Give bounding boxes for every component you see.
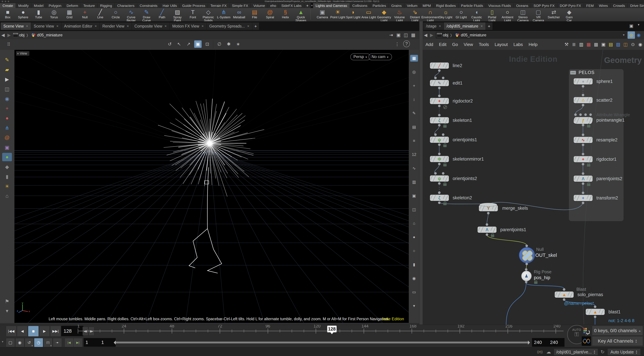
sheet-icon[interactable]: ▤ [410,124,418,130]
shelf-tab-mpm[interactable]: MPM [420,3,434,8]
shelf-tab-deform[interactable]: Deform [64,3,81,8]
rect-icon[interactable]: ▭ [410,289,418,296]
node-port[interactable] [582,192,584,194]
shelf-tool-box-tool[interactable]: ■Box [0,8,16,21]
circle-icon[interactable]: ○ [410,248,418,254]
target-rings-icon[interactable]: ◉ [635,31,642,39]
shelf-tab-grains[interactable]: Grains [389,3,404,8]
signal-icon[interactable]: ((▪)) [536,348,544,356]
timeline-ruler[interactable]: 124487296120144168192216240 128 [75,325,564,338]
shelf-tab-oceans[interactable]: Oceans [514,3,531,8]
node-pointwrangle1[interactable]: ƒ [574,117,593,124]
shelf-tab-drive-simulation[interactable]: Drive Simulation [628,3,644,8]
dot-icon[interactable]: ● [410,234,418,240]
path-node[interactable]: d05_miniature [37,33,62,38]
close-tab-icon[interactable]: × [95,22,97,30]
handles-tool-icon[interactable]: ✎ [2,56,12,64]
node-skeleton2[interactable]: ζ [430,194,449,201]
perspective-button[interactable]: Persp▼ [350,54,370,60]
sync-colors-icon[interactable] [582,326,591,336]
step-back-button[interactable]: ◀ [17,326,28,336]
network-link-icon[interactable]: ◫ [402,31,410,39]
tool-palette-handle-icon[interactable]: ⠿ [5,41,12,48]
node-port[interactable] [438,153,440,155]
shelf-tab-sop-pyro-fx[interactable]: SOP Pyro FX [531,3,557,8]
crosshair-icon[interactable]: + [410,82,418,89]
shelf-tool-grid-tool[interactable]: ▦Grid [62,8,77,21]
shelf-tool-tube-tool[interactable]: ▮Tube [31,8,46,21]
node-port[interactable] [486,223,488,226]
scene-clapper-icon[interactable] [13,33,18,37]
node-merge_skels[interactable]: Y [479,205,498,212]
wave-icon[interactable]: ∿ [410,165,418,172]
dots-menu-icon[interactable]: ⋮ [394,40,401,48]
diamond-tool-icon[interactable]: ◆ [2,162,12,171]
camera-mode-icon[interactable]: ▣ [194,40,202,48]
range-start-icon[interactable]: |◀ [64,338,74,347]
shelf-tool-draw-curve-tool[interactable]: ✎Draw Curve [139,8,154,21]
visibility-icon[interactable]: ◉ [636,41,644,48]
camera-select-button[interactable]: No cam▼ [368,54,392,60]
node-port[interactable] [438,163,440,165]
node-skeletonmirror1[interactable]: Φ [430,156,449,162]
grid12-icon[interactable]: 12 [410,151,418,158]
pane-tab-scene-view[interactable]: Scene View× [1,22,31,30]
node-port[interactable] [442,133,444,136]
shelf-tab-characters[interactable]: Characters [115,3,137,8]
bar-icon[interactable]: ▮ [410,261,418,268]
node-port[interactable] [486,233,488,236]
shelf-tab-texture[interactable]: Texture [81,3,98,8]
home-tool-icon[interactable]: ⌂ [2,192,12,200]
edit-icon[interactable]: ✎ [410,110,418,116]
node-parentjoints1[interactable]: Λ [478,226,496,233]
tools-wrench-icon[interactable]: ⚒ [563,41,570,48]
node-scatter2[interactable]: ∴ [574,97,593,103]
shelf-tab-collisions[interactable]: Collisions [350,3,370,8]
animation-curve-icon[interactable] [582,336,591,346]
node-port[interactable] [438,87,440,89]
node-port[interactable] [442,77,444,79]
light-tool-icon[interactable]: ☀ [2,182,12,190]
bar-tool-icon[interactable]: ▮ [2,172,12,181]
shelf-tool-vr-camera-tool[interactable]: ▢VR Camera [531,8,546,21]
node-port[interactable] [442,172,444,175]
columns-icon[interactable]: ▥ [578,41,585,48]
net-path-node[interactable]: d05_miniature [461,33,486,38]
snap-icon[interactable]: ◎ [410,68,418,75]
node-rigdoctor1[interactable]: + [574,156,593,162]
shelf-tool-stereo-camera-tool[interactable]: ◫Stereo Camera [515,8,531,21]
node-port[interactable] [526,263,528,265]
first-aid-icon[interactable]: + [2,104,12,112]
node-port[interactable] [434,172,437,175]
play-button[interactable]: ▶ [39,326,50,336]
shelf-tool-platonic-solids-tool[interactable]: ◇Platonic Solids [200,8,216,21]
shelf-tool-distant-light-tool[interactable]: ⇘Distant Light [407,8,422,21]
update-mode-select[interactable]: Auto Update▲▼ [608,348,641,356]
range-slider-left-handle[interactable] [112,340,116,344]
playbar-options-icon[interactable]: ▢ [6,338,15,347]
transform-arrow-icon[interactable]: ↗ [185,40,192,48]
shelf-tool-switcher-tool[interactable]: ⇄Switcher [546,8,562,21]
node-line2[interactable]: ╱ [430,62,449,69]
network-editor[interactable]: Indie Edition Geometry — PELOS ╱line2✎ed… [422,50,644,325]
path-root[interactable]: obj [19,33,24,38]
layout-grid-icon[interactable]: ▦ [410,55,418,62]
audio-icon[interactable]: ◉ [15,338,24,347]
net-menu-go[interactable]: Go [449,42,461,47]
shelf-tool-file-tool[interactable]: ▤File [247,8,262,21]
branch-tool-icon[interactable]: ⋔ [2,124,12,132]
net-menu-layout[interactable]: Layout [492,42,510,47]
select-tool-icon[interactable]: ▶ [2,75,12,84]
net-clapper-icon[interactable] [437,33,442,37]
panel-icon[interactable]: ▣ [410,192,418,199]
spiral-tool-icon[interactable]: @ [2,133,12,142]
node-pos_hip[interactable]: ♟ [521,271,532,281]
camera-link-icon[interactable]: ▣ [395,31,402,39]
pane-tab--stage[interactable]: /stage× [423,22,444,30]
box-purple-icon[interactable]: ▣ [2,143,12,152]
node-port[interactable] [589,114,592,116]
pane-tab--obj-d05-miniature[interactable]: /obj/d05_miniature× [444,22,486,30]
pane-tab-motion-fx-view[interactable]: Motion FX View× [170,22,206,30]
palette-icon[interactable]: ▦ [585,41,592,48]
shelf-overflow-icon[interactable]: ▼ [311,3,313,8]
